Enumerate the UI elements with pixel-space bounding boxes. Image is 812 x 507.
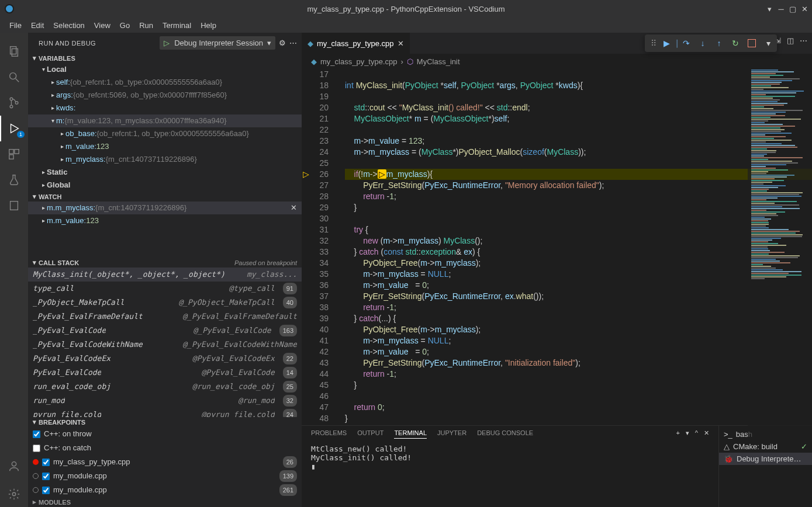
callstack-frame[interactable]: run_eval_code_obj@run_eval_code_obj25 [28, 380, 302, 394]
menu-view[interactable]: View [89, 19, 115, 32]
tab-my-class-py-type[interactable]: ◆ my_class_py_type.cpp ✕ [302, 33, 410, 54]
scope-local[interactable]: ▾Local [28, 63, 302, 76]
search-icon[interactable] [0, 64, 28, 90]
breakpoint-checkbox[interactable] [33, 430, 40, 438]
minimap[interactable] [748, 69, 812, 443]
app-icon [5, 4, 14, 13]
gear-icon[interactable] [0, 481, 28, 507]
breakpoints-header[interactable]: ▾BREAKPOINTS [28, 417, 302, 427]
breakpoint-checkbox[interactable] [42, 487, 50, 494]
remove-watch-icon[interactable]: ✕ [291, 202, 297, 214]
split-icon[interactable]: ◫ [787, 36, 794, 45]
restart-icon[interactable]: ↻ [728, 36, 743, 51]
stop-icon[interactable] [748, 39, 756, 47]
callstack-frame[interactable]: _PyObject_MakeTpCall@_PyObject_MakeTpCal… [28, 296, 302, 310]
var-row[interactable]: ▸kwds [28, 102, 302, 114]
close-panel-icon[interactable]: ✕ [704, 429, 709, 439]
callstack-frame[interactable]: type_call@type_call91 [28, 282, 302, 296]
callstack-frame[interactable]: _PyEval_EvalFrameDefault@_PyEval_EvalFra… [28, 310, 302, 324]
drag-handle-icon[interactable]: ⠿ [646, 36, 661, 51]
testing-icon[interactable] [0, 167, 28, 193]
svg-point-12 [12, 492, 16, 496]
close-icon[interactable]: ✕ [799, 4, 810, 14]
panel-tab-debug-console[interactable]: DEBUG CONSOLE [477, 429, 533, 439]
panel-tab-terminal[interactable]: TERMINAL [394, 429, 427, 439]
var-row[interactable]: ▸self{ob_refcnt:1, ob_type:0x00005555556… [28, 76, 302, 89]
callstack-frame[interactable]: _PyEval_EvalCodeWithName@_PyEval_EvalCod… [28, 338, 302, 352]
debug-config-select[interactable]: ▷ Debug Interpreter Session ▾ [160, 36, 275, 50]
scope-static_label[interactable]: ▸Static [28, 166, 302, 179]
account-icon[interactable] [0, 453, 28, 479]
var-row[interactable]: ▸m.m_myclass{m_cnt:140737119226896}✕ [28, 202, 302, 214]
sidebar-run-debug: RUN AND DEBUG ▷ Debug Interpreter Sessio… [28, 33, 302, 507]
menu-help[interactable]: Help [196, 19, 221, 32]
chevron-down-icon: ▾ [267, 39, 271, 47]
callstack-header[interactable]: ▾CALL STACKPaused on breakpoint [28, 258, 302, 268]
var-row[interactable]: ▸m_myclass{m_cnt:140737119226896} [28, 153, 302, 166]
callstack-frame[interactable]: PyEval_EvalCodeEx@PyEval_EvalCodeEx22 [28, 352, 302, 366]
var-row[interactable]: ▸m_value123 [28, 140, 302, 153]
breakpoint-row[interactable]: my_module.cpp139 [28, 469, 302, 483]
menu-run[interactable]: Run [134, 19, 158, 32]
svg-rect-1 [12, 48, 18, 56]
breadcrumb[interactable]: ◆ my_class_py_type.cpp › ⬡ MyClass_init [302, 54, 812, 69]
var-row[interactable]: ▾m{m_value:123, m_myclass:0x00007fffea36… [28, 114, 302, 127]
panel-tab-output[interactable]: OUTPUT [357, 429, 383, 439]
close-icon[interactable]: ✕ [398, 39, 404, 48]
cpp-icon: ◆ [311, 57, 317, 66]
menu-selection[interactable]: Selection [49, 19, 89, 32]
panel-tab-problems[interactable]: PROBLEMS [311, 429, 347, 439]
step-into-icon[interactable]: ↓ [695, 36, 710, 51]
chevron-down-icon[interactable]: ▾ [761, 36, 776, 51]
gear-icon[interactable]: ⚙ [279, 39, 286, 47]
scm-icon[interactable] [0, 90, 28, 116]
callstack-frame[interactable]: pyrun_file.cold@pyrun_file.cold24 [28, 408, 302, 417]
var-row[interactable]: ▸args{ob_refcnt:5069, ob_type:0x00007fff… [28, 89, 302, 102]
menubar: FileEditSelectionViewGoRunTerminalHelp [0, 18, 812, 33]
menu-edit[interactable]: Edit [26, 19, 49, 32]
terminal-output[interactable]: MtClass_new() called! MyClass_init() cal… [302, 442, 718, 507]
debug-badge: 1 [17, 131, 25, 138]
svg-point-11 [12, 462, 16, 466]
breakpoint-checkbox[interactable] [42, 459, 50, 466]
var-row[interactable]: ▸ob_base{ob_refcnt:1, ob_type:0x00005555… [28, 127, 302, 140]
callstack-frame[interactable]: PyEval_EvalCode@PyEval_EvalCode14 [28, 366, 302, 380]
step-out-icon[interactable]: ↑ [711, 36, 727, 51]
chevron-down-icon[interactable]: ▾ [764, 4, 775, 14]
new-terminal-icon[interactable]: + [676, 429, 679, 439]
var-row[interactable]: ▸m.m_value123 [28, 214, 302, 227]
bottom-panel: PROBLEMSOUTPUTTERMINALJUPYTERDEBUG CONSO… [302, 425, 812, 507]
menu-file[interactable]: File [5, 19, 26, 32]
panel-tab-jupyter[interactable]: JUPYTER [437, 429, 467, 439]
breakpoint-checkbox[interactable] [33, 445, 40, 452]
more-icon[interactable]: ⋯ [289, 39, 297, 47]
maximize-icon[interactable]: ▢ [787, 4, 798, 14]
code-area[interactable]: int MyClass_init(PyObject *self, PyObjec… [337, 69, 812, 425]
continue-icon[interactable]: ▶⎹ [662, 36, 678, 51]
extensions-icon[interactable] [0, 141, 28, 167]
explorer-icon[interactable] [0, 39, 28, 64]
terminal-session[interactable]: 🐞Debug Interprete… [719, 453, 812, 465]
bookmark-icon[interactable] [0, 193, 28, 218]
watch-header[interactable]: ▾WATCH [28, 192, 302, 202]
step-over-icon[interactable]: ↷ [679, 36, 694, 51]
callstack-frame[interactable]: run_mod@run_mod32 [28, 394, 302, 408]
breakpoint-checkbox[interactable] [42, 473, 50, 480]
breakpoint-row[interactable]: my_module.cpp261 [28, 483, 302, 497]
minimize-icon[interactable]: ─ [776, 4, 786, 14]
breakpoint-row[interactable]: my_class_py_type.cpp26 [28, 455, 302, 469]
check-icon: ✓ [801, 442, 807, 451]
variables-header[interactable]: ▾VARIABLES [28, 53, 302, 63]
callstack-frame[interactable]: MyClass_init(_object*, _object*, _object… [28, 268, 302, 282]
modules-header[interactable]: ▸MODULES [28, 497, 302, 507]
run-debug-icon[interactable]: 1 [0, 116, 28, 141]
maximize-panel-icon[interactable]: ^ [695, 429, 698, 439]
breakpoint-row[interactable]: C++: on throw [28, 427, 302, 441]
dropdown-icon[interactable]: ▾ [686, 429, 689, 439]
more-icon[interactable]: ⋯ [800, 36, 807, 45]
scope-global_label[interactable]: ▸Global [28, 179, 302, 192]
callstack-frame[interactable]: _PyEval_EvalCode@_PyEval_EvalCode163 [28, 324, 302, 338]
menu-go[interactable]: Go [115, 19, 134, 32]
menu-terminal[interactable]: Terminal [158, 19, 196, 32]
breakpoint-row[interactable]: C++: on catch [28, 441, 302, 455]
